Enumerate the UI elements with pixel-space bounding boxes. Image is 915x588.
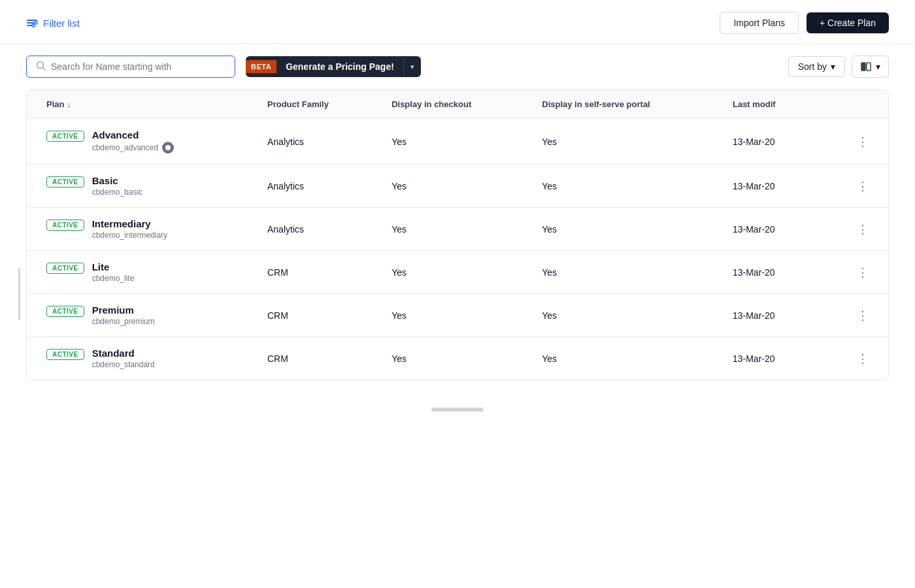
table-row: ACTIVE Standard cbdemo_standard CRM Yes … [27,337,888,380]
plans-table-container: Plan ↓ Product Family Display in checkou… [26,90,889,380]
plan-name-block-2: Intermediary cbdemo_intermediary [92,218,167,240]
svg-point-3 [35,22,37,24]
row-actions-button-0[interactable]: ⋮ [852,132,875,152]
status-badge-1: ACTIVE [46,176,84,188]
chevron-down-icon: ▾ [403,57,421,76]
row-actions-button-1[interactable]: ⋮ [852,176,875,196]
table-row: ACTIVE Premium cbdemo_premium CRM Yes Ye… [27,294,888,337]
last-modified-cell-4: 13-Mar-20 [720,294,818,337]
plan-cell-5: ACTIVE Standard cbdemo_standard [27,337,254,380]
column-toggle-chevron-icon: ▾ [876,61,880,72]
sort-by-button[interactable]: Sort by ▾ [788,56,845,77]
plan-name-block-4: Premium cbdemo_premium [92,304,155,326]
search-box [26,56,235,78]
filter-icon [26,17,38,29]
plan-cell-1: ACTIVE Basic cbdemo_basic [27,165,254,208]
display-portal-cell-2: Yes [529,208,720,251]
plan-name-block-1: Basic cbdemo_basic [92,175,142,197]
controls-right: Sort by ▾ ▾ [788,56,889,78]
column-header-display-checkout: Display in checkout [378,90,529,119]
table-row: ACTIVE Intermediary cbdemo_intermediary … [27,208,888,251]
left-sidebar-scroll-indicator [18,268,20,320]
controls-row: BETA Generate a Pricing Page! ▾ Sort by … [0,44,915,90]
actions-cell-4: ⋮ [818,294,888,337]
sort-arrow-icon: ↓ [67,99,71,109]
row-actions-button-5[interactable]: ⋮ [852,349,875,368]
display-portal-cell-0: Yes [529,119,720,165]
filter-list-button[interactable]: Filter list [26,17,80,29]
table-row: ACTIVE Basic cbdemo_basic Analytics Yes … [27,165,888,208]
plan-id-3: cbdemo_lite [92,274,135,283]
plan-name-block-5: Standard cbdemo_standard [92,348,155,369]
controls-left: BETA Generate a Pricing Page! ▾ [26,56,421,78]
beta-badge: BETA [246,60,276,73]
row-actions-button-2[interactable]: ⋮ [852,220,875,239]
product-family-cell-2: Analytics [254,208,378,251]
status-badge-2: ACTIVE [46,220,84,231]
plan-name-2: Intermediary [92,218,167,229]
display-portal-cell-5: Yes [529,337,720,380]
plan-id-1: cbdemo_basic [92,188,142,197]
display-portal-cell-1: Yes [529,165,720,208]
plans-table: Plan ↓ Product Family Display in checkou… [27,90,888,380]
generate-pricing-page-button[interactable]: BETA Generate a Pricing Page! ▾ [246,56,421,77]
plan-cell-3: ACTIVE Lite cbdemo_lite [27,251,254,294]
scroll-bar[interactable] [431,408,484,412]
display-portal-cell-3: Yes [529,251,720,294]
status-badge-5: ACTIVE [46,349,84,360]
plan-id-0: cbdemo_advanced [92,142,174,154]
status-badge-4: ACTIVE [46,306,84,317]
create-plan-button[interactable]: + Create Plan [807,12,889,33]
last-modified-cell-3: 13-Mar-20 [720,251,818,294]
toolbar: Filter list Import Plans + Create Plan [0,0,915,44]
row-actions-button-4[interactable]: ⋮ [852,306,875,325]
row-actions-button-3[interactable]: ⋮ [852,263,875,282]
product-family-cell-5: CRM [254,337,378,380]
plan-name-5: Standard [92,348,155,359]
columns-icon [860,61,872,73]
plan-name-4: Premium [92,304,155,316]
status-badge-3: ACTIVE [46,263,84,274]
svg-line-6 [43,68,46,71]
column-header-plan[interactable]: Plan ↓ [27,90,254,119]
column-toggle-button[interactable]: ▾ [852,56,889,78]
toolbar-right: Import Plans + Create Plan [720,12,889,34]
column-header-display-portal: Display in self-serve portal [529,90,720,119]
column-header-product-family: Product Family [254,90,378,119]
copy-icon[interactable] [162,142,174,154]
product-family-cell-3: CRM [254,251,378,294]
search-input[interactable] [51,61,225,72]
scroll-indicator [0,400,915,419]
product-family-cell-1: Analytics [254,165,378,208]
svg-rect-8 [867,63,871,71]
actions-cell-1: ⋮ [818,165,888,208]
display-checkout-cell-1: Yes [378,165,529,208]
plan-name-block-0: Advanced cbdemo_advanced [92,129,174,154]
table-row: ACTIVE Lite cbdemo_lite CRM Yes Yes 13-M… [27,251,888,294]
column-header-actions [818,90,888,119]
last-modified-cell-1: 13-Mar-20 [720,165,818,208]
generate-pricing-label: Generate a Pricing Page! [276,56,403,77]
last-modified-cell-2: 13-Mar-20 [720,208,818,251]
plan-name-0: Advanced [92,129,174,140]
display-checkout-cell-3: Yes [378,251,529,294]
plan-cell-2: ACTIVE Intermediary cbdemo_intermediary [27,208,254,251]
plan-id-5: cbdemo_standard [92,360,155,369]
actions-cell-3: ⋮ [818,251,888,294]
display-checkout-cell-0: Yes [378,119,529,165]
last-modified-cell-5: 13-Mar-20 [720,337,818,380]
product-family-cell-4: CRM [254,294,378,337]
table-header-row: Plan ↓ Product Family Display in checkou… [27,90,888,119]
actions-cell-2: ⋮ [818,208,888,251]
filter-list-label: Filter list [43,18,80,29]
plan-cell-0: ACTIVE Advanced cbdemo_advanced [27,119,254,165]
plan-cell-4: ACTIVE Premium cbdemo_premium [27,294,254,337]
status-badge-0: ACTIVE [46,131,84,142]
display-checkout-cell-2: Yes [378,208,529,251]
svg-rect-7 [861,63,865,71]
sort-by-chevron-icon: ▾ [831,61,835,72]
plan-id-4: cbdemo_premium [92,317,155,326]
actions-cell-5: ⋮ [818,337,888,380]
column-header-last-modified: Last modif [720,90,818,119]
import-plans-button[interactable]: Import Plans [720,12,799,34]
